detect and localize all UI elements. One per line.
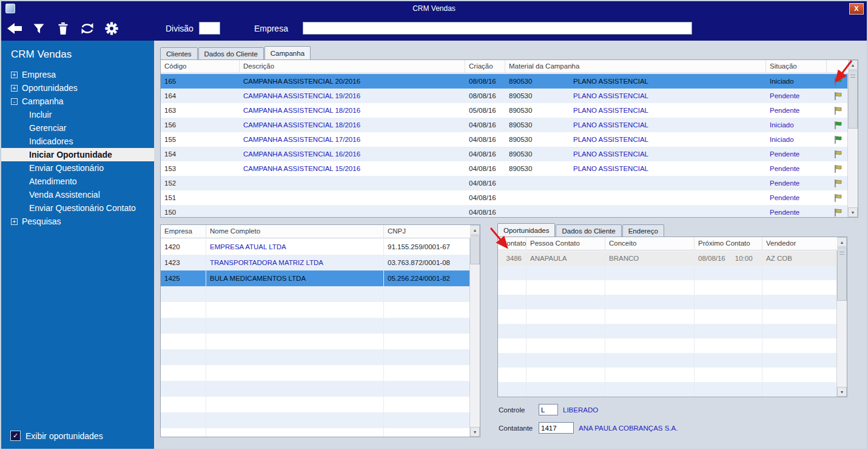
company-row-empty[interactable] [161,381,469,397]
contact-row-empty[interactable] [498,368,836,382]
scroll-up-button[interactable]: ▲ [470,225,480,235]
delete-icon[interactable] [55,21,71,36]
cell-vendedor [762,295,836,309]
filter-icon[interactable] [30,21,47,36]
column-header-criacao[interactable]: Criação [465,60,505,73]
sidebar-item-enviar-question-rio[interactable]: Enviar Questionário [1,161,154,175]
column-header-descricao[interactable]: Descrição [240,60,465,73]
sidebar-item-campanha[interactable]: -Campanha [1,95,154,108]
back-icon[interactable] [6,21,22,36]
scroll-down-button[interactable]: ▼ [837,387,847,397]
campaign-row[interactable]: 15104/08/16Pendente [161,190,847,205]
company-row-empty[interactable] [161,349,469,365]
column-header-contato[interactable]: Contato [498,237,527,250]
company-row-empty[interactable] [161,365,469,381]
sidebar-item-indicadores[interactable]: Indicadores [1,135,154,148]
sidebar-item-atendimento[interactable]: Atendimento [1,175,154,188]
column-header-conceito[interactable]: Conceito [605,237,695,250]
contacts-scrollbar[interactable]: ▲ ▼ [836,237,847,397]
campaign-row[interactable]: 154CAMPANHA ASSISTENCIAL 16/201604/08/16… [161,147,847,161]
company-row[interactable]: 1420EMPRESA ATUAL LTDA91.155.259/0001-67 [161,239,469,255]
column-header-vendedor[interactable]: Vendedor [762,237,838,250]
cell-nome-completo: EMPRESA ATUAL LTDA [206,239,384,255]
cell-empresa [161,412,206,428]
column-header-proximo-contato[interactable]: Próximo Contato [695,237,762,250]
scroll-thumb[interactable] [837,247,847,301]
controle-input[interactable] [539,404,558,415]
sidebar-item-oportunidades[interactable]: +Oportunidades [1,81,154,95]
company-row-empty[interactable] [161,286,469,302]
column-header-cnpj[interactable]: CNPJ [384,225,471,238]
company-row-empty[interactable] [161,318,469,334]
expand-icon[interactable]: + [11,72,18,78]
sidebar-item-empresa[interactable]: +Empresa [1,68,154,81]
scroll-thumb[interactable] [470,235,480,264]
refresh-icon[interactable] [79,21,95,36]
column-header-material[interactable]: Material da Campanha [505,60,766,73]
contact-row-empty[interactable] [498,295,836,309]
campaign-row[interactable]: 163CAMPANHA ASSISTENCIAL 18/201605/08/16… [161,103,847,118]
divisao-input[interactable] [199,22,220,35]
sidebar-item-label: Gerenciar [29,123,66,133]
scroll-down-button[interactable]: ▼ [470,427,480,437]
column-header-situacao[interactable]: Situação [766,60,827,73]
contact-row-empty[interactable] [498,324,836,338]
sidebar-item-enviar-question-rio-contato[interactable]: Enviar Questionário Contato [1,201,154,215]
scroll-up-button[interactable]: ▲ [837,237,847,247]
campaign-row[interactable]: 15004/08/16Pendente [161,205,847,217]
sidebar-item-incluir[interactable]: Incluir [1,108,154,121]
company-table-header: Empresa Nome Completo CNPJ [161,225,471,238]
sidebar-item-venda-assistencial[interactable]: Venda Assistencial [1,188,154,201]
contact-row-empty[interactable] [498,382,836,397]
tab-endere-o[interactable]: Endereço [622,224,664,237]
scroll-thumb[interactable] [848,70,858,129]
campaign-row[interactable]: 155CAMPANHA ASSISTENCIAL 17/201604/08/16… [161,132,847,147]
cell-conceito [605,295,695,309]
cell-situacao: Pendente [766,209,827,216]
contact-row-empty[interactable] [498,353,836,368]
campaign-row[interactable]: 153CAMPANHA ASSISTENCIAL 15/201604/08/16… [161,161,847,176]
checkbox-check-icon[interactable]: ✓ [10,431,21,441]
campaign-row[interactable]: 156CAMPANHA ASSISTENCIAL 18/201604/08/16… [161,118,847,132]
company-scrollbar[interactable]: ▲ ▼ [469,225,480,437]
contatante-input[interactable] [539,422,574,434]
tab-oportunidades[interactable]: Oportunidades [497,223,555,237]
tab-dados-do-cliente[interactable]: Dados do Cliente [198,47,264,59]
contact-row-empty[interactable] [498,266,836,280]
column-header-nome-completo[interactable]: Nome Completo [206,225,384,238]
scroll-down-button[interactable]: ▼ [848,207,858,217]
sidebar-item-gerenciar[interactable]: Gerenciar [1,121,154,135]
company-row[interactable]: 1423TRANSPORTADORA MATRIZ LTDA03.763.872… [161,255,469,270]
company-row-empty[interactable] [161,397,469,412]
campaign-row[interactable]: 15204/08/16Pendente [161,176,847,190]
campaign-row[interactable]: 165CAMPANHA ASSISTENCIAL 20/201608/08/16… [161,74,847,89]
empresa-input[interactable] [303,22,692,35]
contact-row-empty[interactable] [498,309,836,324]
scroll-up-button[interactable]: ▲ [848,60,858,70]
campaign-scrollbar[interactable]: ▲ ▼ [847,60,858,217]
company-row-empty[interactable] [161,428,469,437]
titlebar: CRM Vendas X [1,1,867,16]
exibir-oportunidades-checkbox[interactable]: ✓ Exibir oportunidades [10,431,103,441]
tab-campanha[interactable]: Campanha [264,46,311,59]
column-header-pessoa-contato[interactable]: Pessoa Contato [527,237,605,250]
expand-icon[interactable]: + [11,85,18,92]
contact-row-empty[interactable] [498,338,836,353]
close-button[interactable]: X [849,3,864,15]
column-header-codigo[interactable]: Código [161,60,240,73]
sidebar-item-iniciar-oportunidade[interactable]: Iniciar Oportunidade [1,148,154,161]
contact-row[interactable]: 3486ANAPAULABRANCO08/08/1610:00AZ COB [498,251,836,266]
contact-row-empty[interactable] [498,280,836,295]
column-header-empresa[interactable]: Empresa [161,225,206,238]
settings-icon[interactable] [103,21,119,36]
company-row-empty[interactable] [161,302,469,318]
tab-dados-do-cliente[interactable]: Dados do Cliente [556,224,621,237]
company-row-empty[interactable] [161,412,469,428]
collapse-icon[interactable]: - [11,98,18,105]
tab-clientes[interactable]: Clientes [160,47,198,59]
campaign-row[interactable]: 164CAMPANHA ASSISTENCIAL 19/201608/08/16… [161,89,847,103]
expand-icon[interactable]: + [11,218,18,225]
sidebar-item-pesquisas[interactable]: +Pesquisas [1,215,154,228]
company-row-empty[interactable] [161,334,469,349]
company-row[interactable]: 1425BULA MEDICAMENTOS LTDA05.256.224/000… [161,270,469,286]
